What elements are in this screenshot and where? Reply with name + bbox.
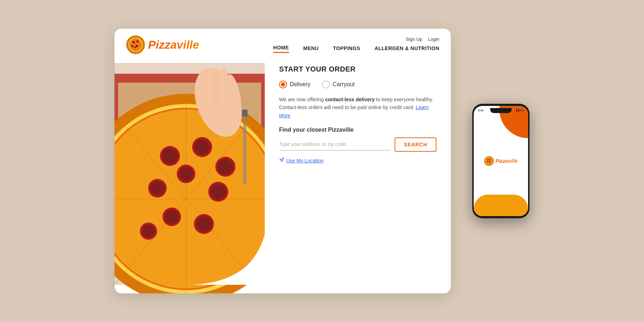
auth-links: Sign Up Login [406,36,439,42]
app-card: Pizzaville Sign Up Login HOME MENU TOPPI… [114,29,451,293]
svg-point-47 [197,217,211,231]
nav-home[interactable]: HOME [273,45,289,53]
scene: Pizzaville Sign Up Login HOME MENU TOPPI… [114,29,530,293]
svg-point-6 [131,45,133,47]
nav-menu[interactable]: MENU [303,45,319,53]
delivery-option[interactable]: Delivery [279,80,311,88]
info-bold: contact-less delivery [325,97,375,102]
search-button[interactable]: SEARCH [395,137,436,152]
svg-point-38 [180,167,192,180]
svg-point-64 [489,159,491,160]
svg-point-66 [489,161,491,162]
address-input[interactable] [279,138,390,151]
signup-link[interactable]: Sign Up [406,36,422,42]
nav-toppings[interactable]: TOPPINGS [333,45,360,53]
delivery-label: Delivery [290,81,311,88]
order-type-selector: Delivery Carryout [279,80,436,88]
svg-point-29 [195,140,209,154]
svg-point-50 [143,225,154,237]
svg-rect-51 [243,113,246,185]
svg-marker-58 [280,158,284,162]
order-section-title: START YOUR ORDER [279,65,436,73]
svg-rect-52 [242,109,248,117]
location-icon [279,157,284,164]
phone-screen-content: 9:41 ▐▐ 5G Pizzaville [474,106,528,216]
svg-point-35 [151,182,164,195]
search-row: SEARCH [279,137,436,152]
carryout-label: Carryout [333,81,355,88]
nav-links: HOME MENU TOPPINGS ALLERGEN & NUTRITION [273,45,439,53]
nav-allergen[interactable]: ALLERGEN & NUTRITION [375,45,439,53]
phone-notch [490,108,512,113]
svg-point-26 [168,154,172,158]
phone-mockup: 9:41 ▐▐ 5G Pizzaville [472,104,530,218]
svg-point-41 [211,185,225,199]
main-content: START YOUR ORDER Delivery Carryout [114,54,451,293]
svg-point-63 [487,159,489,160]
phone-logo-text: Pizzaville [496,158,518,164]
svg-point-5 [136,40,138,43]
svg-point-4 [132,41,135,43]
info-prefix: We are now offering [279,97,325,102]
svg-point-7 [136,45,138,47]
phone-pizza-icon [484,156,494,166]
pizza-image-area [114,54,265,293]
delivery-radio[interactable] [279,80,287,88]
contactless-info: We are now offering contact-less deliver… [279,96,436,119]
phone-time: 9:41 [478,109,484,112]
phone-signal: ▐▐ 5G [515,109,524,112]
phone-logo-area: Pizzaville [484,156,518,166]
app-header: Pizzaville Sign Up Login HOME MENU TOPPI… [114,29,451,54]
info-text2: Contact-less orders will need to be paid… [279,104,414,110]
pizza-hero-image [114,54,265,293]
svg-point-32 [218,160,233,174]
order-panel: START YOUR ORDER Delivery Carryout [265,54,451,293]
logo-area: Pizzaville [126,35,199,54]
use-my-location[interactable]: Use My Location [279,157,436,164]
logo-text: Pizzaville [148,38,199,52]
svg-point-44 [165,210,178,223]
find-title: Find your closest Pizzaville [279,127,436,133]
phone-orange-wave [474,195,528,216]
phone-screen: 9:41 ▐▐ 5G Pizzaville [474,106,528,216]
carryout-option[interactable]: Carryout [322,80,355,88]
info-suffix: to keep everyone healthy. [375,97,433,102]
pizza-logo-icon [126,35,145,54]
location-label: Use My Location [286,158,323,164]
carryout-radio[interactable] [322,80,330,88]
login-link[interactable]: Login [428,36,439,42]
header-right: Sign Up Login HOME MENU TOPPINGS ALLERGE… [273,36,439,53]
svg-point-62 [486,158,493,165]
delivery-radio-fill [281,82,285,87]
svg-point-65 [487,161,488,162]
